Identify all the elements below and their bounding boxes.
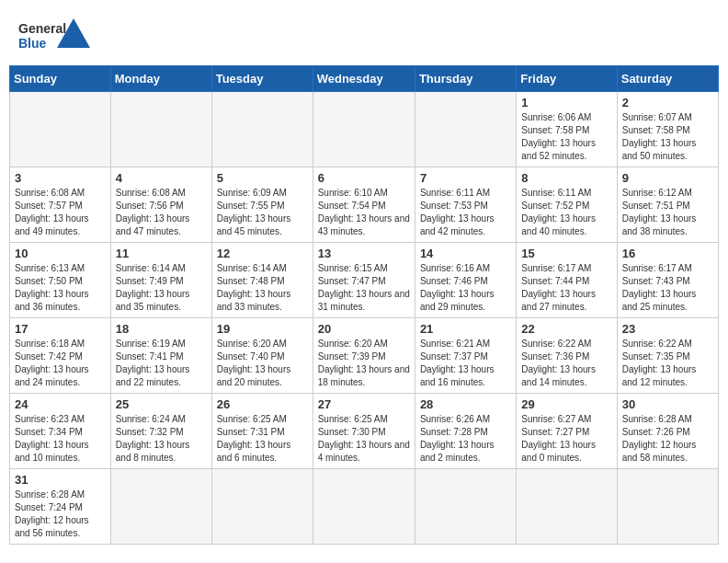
calendar-cell: 15Sunrise: 6:17 AM Sunset: 7:44 PM Dayli… bbox=[517, 243, 617, 318]
day-number: 29 bbox=[521, 397, 611, 411]
day-info: Sunrise: 6:28 AM Sunset: 7:26 PM Dayligh… bbox=[622, 413, 713, 465]
day-info: Sunrise: 6:20 AM Sunset: 7:39 PM Dayligh… bbox=[318, 338, 410, 389]
day-number: 13 bbox=[318, 247, 410, 260]
calendar-cell bbox=[415, 469, 516, 545]
day-info: Sunrise: 6:23 AM Sunset: 7:34 PM Dayligh… bbox=[15, 413, 106, 465]
day-info: Sunrise: 6:15 AM Sunset: 7:47 PM Dayligh… bbox=[318, 262, 410, 314]
calendar-cell: 12Sunrise: 6:14 AM Sunset: 7:48 PM Dayli… bbox=[211, 243, 313, 318]
day-info: Sunrise: 6:17 AM Sunset: 7:44 PM Dayligh… bbox=[521, 262, 611, 314]
calendar-cell: 23Sunrise: 6:22 AM Sunset: 7:35 PM Dayli… bbox=[617, 318, 718, 394]
day-number: 30 bbox=[622, 397, 713, 411]
day-info: Sunrise: 6:21 AM Sunset: 7:37 PM Dayligh… bbox=[420, 338, 511, 389]
day-number: 6 bbox=[318, 171, 410, 185]
day-number: 7 bbox=[420, 171, 511, 185]
calendar-cell bbox=[110, 469, 211, 545]
day-info: Sunrise: 6:06 AM Sunset: 7:58 PM Dayligh… bbox=[521, 111, 611, 163]
calendar-cell: 26Sunrise: 6:25 AM Sunset: 7:31 PM Dayli… bbox=[211, 394, 313, 469]
day-number: 3 bbox=[15, 171, 106, 185]
weekday-header-thursday: Thursday bbox=[415, 66, 516, 92]
calendar-cell bbox=[211, 469, 313, 545]
day-number: 18 bbox=[116, 322, 207, 336]
calendar-cell: 13Sunrise: 6:15 AM Sunset: 7:47 PM Dayli… bbox=[313, 243, 415, 318]
day-number: 26 bbox=[217, 397, 308, 411]
svg-text:Blue: Blue bbox=[18, 36, 47, 51]
day-info: Sunrise: 6:19 AM Sunset: 7:41 PM Dayligh… bbox=[116, 338, 207, 389]
day-info: Sunrise: 6:08 AM Sunset: 7:56 PM Dayligh… bbox=[116, 187, 207, 238]
day-number: 25 bbox=[116, 397, 207, 411]
calendar-week-row: 3Sunrise: 6:08 AM Sunset: 7:57 PM Daylig… bbox=[10, 167, 719, 243]
calendar-cell: 25Sunrise: 6:24 AM Sunset: 7:32 PM Dayli… bbox=[110, 394, 211, 469]
day-info: Sunrise: 6:27 AM Sunset: 7:27 PM Dayligh… bbox=[521, 413, 611, 465]
weekday-header-sunday: Sunday bbox=[10, 66, 111, 92]
calendar-week-row: 1Sunrise: 6:06 AM Sunset: 7:58 PM Daylig… bbox=[10, 92, 719, 167]
day-number: 24 bbox=[15, 397, 106, 411]
day-info: Sunrise: 6:11 AM Sunset: 7:53 PM Dayligh… bbox=[420, 187, 511, 238]
day-number: 31 bbox=[15, 473, 106, 487]
day-info: Sunrise: 6:25 AM Sunset: 7:31 PM Dayligh… bbox=[217, 413, 308, 465]
calendar-cell bbox=[415, 92, 516, 167]
day-info: Sunrise: 6:08 AM Sunset: 7:57 PM Dayligh… bbox=[15, 187, 106, 238]
calendar-cell: 9Sunrise: 6:12 AM Sunset: 7:51 PM Daylig… bbox=[617, 167, 718, 243]
calendar-cell bbox=[313, 92, 415, 167]
day-number: 2 bbox=[622, 96, 713, 109]
day-info: Sunrise: 6:22 AM Sunset: 7:35 PM Dayligh… bbox=[622, 338, 713, 389]
day-info: Sunrise: 6:14 AM Sunset: 7:48 PM Dayligh… bbox=[217, 262, 308, 314]
day-number: 14 bbox=[420, 247, 511, 260]
weekday-header-saturday: Saturday bbox=[617, 66, 718, 92]
calendar-cell: 28Sunrise: 6:26 AM Sunset: 7:28 PM Dayli… bbox=[415, 394, 516, 469]
day-info: Sunrise: 6:11 AM Sunset: 7:52 PM Dayligh… bbox=[521, 187, 611, 238]
day-info: Sunrise: 6:14 AM Sunset: 7:49 PM Dayligh… bbox=[116, 262, 207, 314]
logo: GeneralBlue bbox=[18, 18, 92, 55]
day-number: 17 bbox=[15, 322, 106, 336]
calendar-cell: 29Sunrise: 6:27 AM Sunset: 7:27 PM Dayli… bbox=[517, 394, 617, 469]
calendar-week-row: 24Sunrise: 6:23 AM Sunset: 7:34 PM Dayli… bbox=[10, 394, 719, 469]
day-info: Sunrise: 6:10 AM Sunset: 7:54 PM Dayligh… bbox=[318, 187, 410, 238]
day-number: 20 bbox=[318, 322, 410, 336]
calendar-cell: 17Sunrise: 6:18 AM Sunset: 7:42 PM Dayli… bbox=[10, 318, 111, 394]
calendar-cell: 1Sunrise: 6:06 AM Sunset: 7:58 PM Daylig… bbox=[517, 92, 617, 167]
day-number: 22 bbox=[521, 322, 611, 336]
weekday-header-wednesday: Wednesday bbox=[313, 66, 415, 92]
calendar-cell: 10Sunrise: 6:13 AM Sunset: 7:50 PM Dayli… bbox=[10, 243, 111, 318]
weekday-header-friday: Friday bbox=[517, 66, 617, 92]
calendar-cell bbox=[617, 469, 718, 545]
day-info: Sunrise: 6:16 AM Sunset: 7:46 PM Dayligh… bbox=[420, 262, 511, 314]
calendar-cell bbox=[110, 92, 211, 167]
calendar-cell: 21Sunrise: 6:21 AM Sunset: 7:37 PM Dayli… bbox=[415, 318, 516, 394]
calendar-cell: 3Sunrise: 6:08 AM Sunset: 7:57 PM Daylig… bbox=[10, 167, 111, 243]
calendar-table: SundayMondayTuesdayWednesdayThursdayFrid… bbox=[9, 65, 719, 545]
day-info: Sunrise: 6:26 AM Sunset: 7:28 PM Dayligh… bbox=[420, 413, 511, 465]
calendar-cell bbox=[10, 92, 111, 167]
day-number: 16 bbox=[622, 247, 713, 260]
calendar-cell: 8Sunrise: 6:11 AM Sunset: 7:52 PM Daylig… bbox=[517, 167, 617, 243]
day-number: 8 bbox=[521, 171, 611, 185]
calendar-cell: 4Sunrise: 6:08 AM Sunset: 7:56 PM Daylig… bbox=[110, 167, 211, 243]
weekday-header-tuesday: Tuesday bbox=[211, 66, 313, 92]
calendar-cell: 27Sunrise: 6:25 AM Sunset: 7:30 PM Dayli… bbox=[313, 394, 415, 469]
day-info: Sunrise: 6:13 AM Sunset: 7:50 PM Dayligh… bbox=[15, 262, 106, 314]
calendar-cell: 5Sunrise: 6:09 AM Sunset: 7:55 PM Daylig… bbox=[211, 167, 313, 243]
day-number: 12 bbox=[217, 247, 308, 260]
weekday-header-row: SundayMondayTuesdayWednesdayThursdayFrid… bbox=[10, 66, 719, 92]
day-info: Sunrise: 6:28 AM Sunset: 7:24 PM Dayligh… bbox=[15, 488, 106, 540]
day-info: Sunrise: 6:24 AM Sunset: 7:32 PM Dayligh… bbox=[116, 413, 207, 465]
day-info: Sunrise: 6:25 AM Sunset: 7:30 PM Dayligh… bbox=[318, 413, 410, 465]
calendar-cell bbox=[313, 469, 415, 545]
day-number: 28 bbox=[420, 397, 511, 411]
calendar-cell: 22Sunrise: 6:22 AM Sunset: 7:36 PM Dayli… bbox=[517, 318, 617, 394]
calendar-cell: 7Sunrise: 6:11 AM Sunset: 7:53 PM Daylig… bbox=[415, 167, 516, 243]
calendar-week-row: 31Sunrise: 6:28 AM Sunset: 7:24 PM Dayli… bbox=[10, 469, 719, 545]
day-info: Sunrise: 6:18 AM Sunset: 7:42 PM Dayligh… bbox=[15, 338, 106, 389]
day-info: Sunrise: 6:22 AM Sunset: 7:36 PM Dayligh… bbox=[521, 338, 611, 389]
calendar-cell: 14Sunrise: 6:16 AM Sunset: 7:46 PM Dayli… bbox=[415, 243, 516, 318]
calendar-week-row: 17Sunrise: 6:18 AM Sunset: 7:42 PM Dayli… bbox=[10, 318, 719, 394]
calendar-cell: 31Sunrise: 6:28 AM Sunset: 7:24 PM Dayli… bbox=[10, 469, 111, 545]
calendar-cell: 6Sunrise: 6:10 AM Sunset: 7:54 PM Daylig… bbox=[313, 167, 415, 243]
calendar-cell bbox=[211, 92, 313, 167]
day-number: 19 bbox=[217, 322, 308, 336]
calendar-week-row: 10Sunrise: 6:13 AM Sunset: 7:50 PM Dayli… bbox=[10, 243, 719, 318]
day-number: 11 bbox=[116, 247, 207, 260]
calendar-cell bbox=[517, 469, 617, 545]
header: GeneralBlue bbox=[9, 9, 719, 60]
calendar-cell: 20Sunrise: 6:20 AM Sunset: 7:39 PM Dayli… bbox=[313, 318, 415, 394]
